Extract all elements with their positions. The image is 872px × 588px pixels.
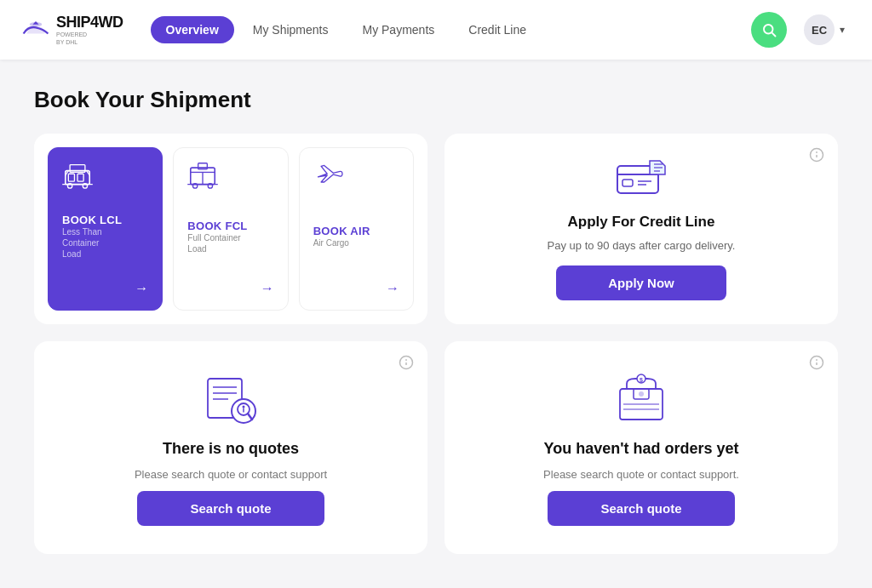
lcl-arrow: → — [135, 281, 148, 296]
main-nav: Overview My Shipments My Payments Credit… — [151, 16, 751, 43]
info-icon[interactable] — [809, 147, 824, 166]
page-title: Book Your Shipment — [34, 87, 838, 113]
svg-rect-4 — [68, 174, 74, 181]
no-orders-icon: $ — [611, 370, 671, 430]
nav-credit-line[interactable]: Credit Line — [453, 16, 542, 43]
top-row: BOOK LCL Less Than Container Load → — [34, 134, 838, 324]
fcl-sub: Full Container Load — [187, 232, 273, 254]
no-orders-title: You haven't had orders yet — [544, 440, 739, 458]
no-quotes-icon — [201, 370, 261, 430]
credit-card-icon — [614, 157, 668, 205]
no-quotes-info-icon[interactable] — [399, 355, 414, 374]
search-quote-button-left[interactable]: Search quote — [137, 491, 324, 526]
credit-card-description: Pay up to 90 days after cargo delivery. — [548, 239, 736, 252]
svg-text:$: $ — [640, 377, 643, 384]
nav-my-shipments[interactable]: My Shipments — [238, 16, 344, 43]
chevron-down-icon: ▾ — [840, 24, 845, 36]
booking-cards-container: BOOK LCL Less Than Container Load → — [34, 134, 427, 324]
air-icon — [313, 162, 399, 192]
svg-point-45 — [639, 391, 644, 397]
nav-overview[interactable]: Overview — [151, 16, 234, 43]
lcl-icon — [62, 162, 148, 192]
no-quotes-description: Please search quote or contact support — [135, 468, 327, 481]
apply-now-button[interactable]: Apply Now — [556, 265, 726, 300]
fcl-icon — [187, 162, 273, 192]
no-orders-card: $ You haven't had orders yet Please sear… — [445, 341, 838, 554]
bottom-row: There is no quotes Please search quote o… — [34, 341, 838, 554]
no-orders-description: Please search quote or contact support. — [543, 468, 739, 481]
air-sub: Air Cargo — [313, 237, 399, 248]
lcl-sub: Less Than Container Load — [62, 226, 148, 260]
search-quote-button-right[interactable]: Search quote — [548, 491, 735, 526]
logo-text: SHIP4WD — [56, 14, 123, 31]
svg-point-38 — [243, 406, 245, 408]
svg-rect-22 — [622, 180, 633, 186]
air-label: BOOK AIR — [313, 225, 399, 237]
logo[interactable]: SHIP4WD POWEREDBY DHL — [20, 14, 123, 46]
fcl-arrow: → — [261, 281, 274, 296]
search-button[interactable] — [751, 12, 787, 48]
credit-card-title: Apply For Credit Line — [568, 214, 715, 231]
no-quotes-card: There is no quotes Please search quote o… — [34, 341, 427, 554]
user-menu[interactable]: EC ▾ — [797, 11, 852, 49]
fcl-label: BOOK FCL — [187, 220, 273, 232]
svg-rect-5 — [77, 174, 83, 181]
book-lcl-card[interactable]: BOOK LCL Less Than Container Load → — [48, 147, 163, 311]
no-orders-info-icon[interactable] — [809, 355, 824, 374]
credit-line-card: Apply For Credit Line Pay up to 90 days … — [445, 134, 838, 324]
book-air-card[interactable]: BOOK AIR Air Cargo → — [299, 147, 414, 311]
air-arrow: → — [386, 281, 399, 296]
svg-line-2 — [772, 32, 775, 36]
logo-sub: POWEREDBY DHL — [56, 31, 123, 46]
header-right: EC ▾ — [751, 11, 852, 49]
no-quotes-title: There is no quotes — [163, 440, 299, 458]
lcl-label: BOOK LCL — [62, 214, 148, 226]
nav-my-payments[interactable]: My Payments — [347, 16, 450, 43]
avatar: EC — [804, 14, 835, 45]
book-fcl-card[interactable]: BOOK FCL Full Container Load → — [173, 147, 288, 311]
